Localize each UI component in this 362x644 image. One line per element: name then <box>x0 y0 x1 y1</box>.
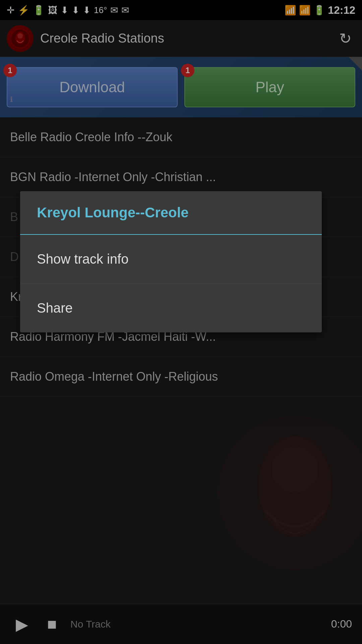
context-menu-title: Kreyol Lounge--Creole <box>20 191 322 235</box>
share-item[interactable]: Share <box>20 284 322 332</box>
show-track-info-item[interactable]: Show track info <box>20 235 322 284</box>
context-menu: Kreyol Lounge--Creole Show track info Sh… <box>20 191 322 332</box>
context-menu-overlay[interactable]: Kreyol Lounge--Creole Show track info Sh… <box>0 0 362 644</box>
